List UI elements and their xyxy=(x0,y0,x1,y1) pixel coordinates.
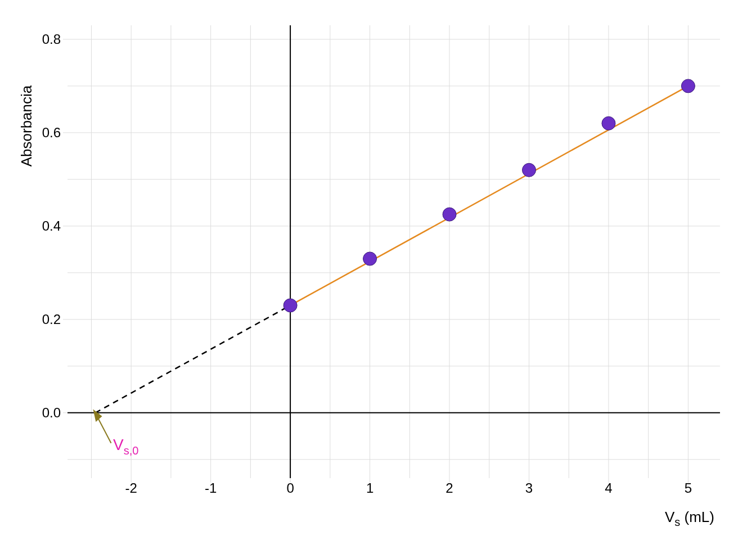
y-tick: 0.2 xyxy=(42,312,61,327)
data-point xyxy=(681,79,695,93)
grid-horizontal xyxy=(68,39,720,460)
x-tick: 1 xyxy=(366,480,374,496)
x-tick: 4 xyxy=(605,480,612,496)
annotation-label: Vs,0 xyxy=(113,436,138,457)
grid-vertical xyxy=(91,25,688,478)
data-point xyxy=(284,299,297,312)
svg-line-26 xyxy=(97,417,111,443)
x-tick: -2 xyxy=(125,480,137,496)
x-tick: 0 xyxy=(286,480,294,496)
x-tick: -1 xyxy=(205,480,217,496)
data-point xyxy=(363,252,377,266)
data-point xyxy=(602,116,615,130)
y-tick-labels: 0.0 0.2 0.4 0.6 0.8 xyxy=(42,32,61,420)
y-tick: 0.4 xyxy=(42,218,61,233)
x-tick-labels: -2 -1 0 1 2 3 4 5 xyxy=(125,480,692,496)
data-point xyxy=(443,208,456,221)
y-tick: 0.6 xyxy=(42,125,61,140)
y-axis-label: Absorbancia xyxy=(18,85,35,166)
extrapolation-line xyxy=(96,305,291,413)
annotation-vs0: Vs,0 xyxy=(94,411,138,457)
x-axis-label: Vs (mL) xyxy=(665,508,714,528)
chart-container: Vs,0 -2 -1 0 1 2 3 4 5 0.0 0.2 0.4 0.6 0… xyxy=(0,0,756,540)
data-point xyxy=(522,163,536,177)
x-tick: 5 xyxy=(685,480,692,496)
y-tick: 0.8 xyxy=(42,32,61,47)
x-tick: 3 xyxy=(525,480,533,496)
chart-svg: Vs,0 -2 -1 0 1 2 3 4 5 0.0 0.2 0.4 0.6 0… xyxy=(0,0,756,540)
x-tick: 2 xyxy=(446,480,453,496)
y-tick: 0.0 xyxy=(42,405,61,420)
